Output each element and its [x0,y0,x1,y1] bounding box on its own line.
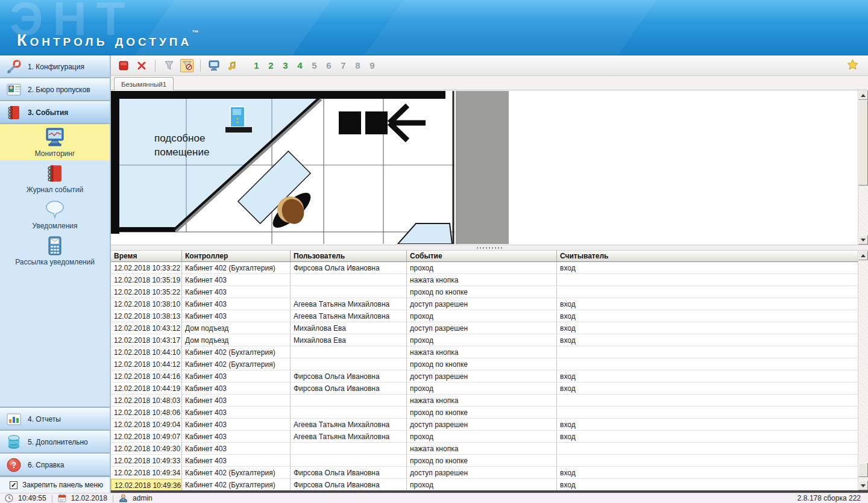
scrollbar-thumb[interactable] [858,463,868,477]
clear-button[interactable] [135,59,148,72]
filter-off-button[interactable] [180,59,193,72]
table-row[interactable]: 12.02.2018 10:49:04Кабинет 403Агеева Тат… [111,419,858,431]
table-row[interactable]: 12.02.2018 10:44:12Кабинет 402 (Бухгалте… [111,358,858,370]
toolbar-number-2[interactable]: 2 [268,60,274,70]
sidebar-item-help[interactable]: ? 6. Справка [0,454,110,476]
toolbar-number-5[interactable]: 5 [311,60,318,70]
table-cell: проход по кнопке [407,286,557,298]
map-scrollbar[interactable] [858,90,868,245]
table-cell: Фирсова Ольга Ивановна [291,383,407,395]
user-icon [119,494,128,502]
toolbar-number-8[interactable]: 8 [354,60,361,70]
column-header-event[interactable]: Событие [407,251,557,261]
table-row[interactable]: 12.02.2018 10:33:22Кабинет 402 (Бухгалте… [111,262,858,274]
plan-wall-bottom [119,227,175,232]
panel-splitter[interactable] [111,245,868,251]
column-header-user[interactable]: Пользователь [291,251,407,261]
scroll-down-button[interactable] [858,235,868,245]
table-row[interactable]: 12.02.2018 10:44:10Кабинет 402 (Бухгалте… [111,346,858,358]
table-row[interactable]: 12.02.2018 10:44:16Кабинет 403Фирсова Ол… [111,370,858,383]
table-cell: вход [557,431,858,443]
plan-wall-left [111,91,119,234]
sidebar-item-label: 6. Справка [28,461,64,469]
scroll-up-button[interactable] [858,90,868,100]
toolbar-number-7[interactable]: 7 [340,60,347,70]
table-row[interactable]: 12.02.2018 10:35:22Кабинет 403проход по … [111,286,858,298]
pin-menu-checkbox[interactable]: ✓ [10,481,17,489]
monitor-toolbar-icon[interactable] [207,59,221,72]
table-cell: Кабинет 402 (Бухгалтерия) [182,358,291,370]
table-cell: нажата кнопка [407,443,557,455]
sidebar-item-configuration[interactable]: 1. Конфигурация [0,55,110,78]
sidebar-item-pass-office[interactable]: 2. Бюро пропусков [0,78,110,101]
table-cell: вход [557,383,858,395]
monitoring-map-panel: подсобное помещение [111,90,868,245]
journal-icon [44,163,66,184]
table-cell: Кабинет 402 (Бухгалтерия) [182,467,291,479]
sidebar-item-events[interactable]: 3. События [0,101,110,124]
scrollbar-track[interactable] [858,100,868,235]
clock-icon [5,494,13,502]
table-row[interactable]: 12.02.2018 10:49:34Кабинет 402 (Бухгалте… [111,467,858,479]
table-cell [291,358,407,370]
submenu-item-label: Журнал событий [27,186,83,194]
pin-menu-label: Закрепить панель меню [22,481,103,489]
table-scrollbar[interactable] [858,251,868,490]
table-row[interactable]: 12.02.2018 10:44:19Кабинет 403Фирсова Ол… [111,383,858,395]
table-cell: 12.02.2018 10:44:10 [111,346,182,358]
table-cell [557,443,858,455]
table-cell [557,346,858,358]
table-cell: доступ разрешен [407,467,557,479]
table-row[interactable]: 12.02.2018 10:49:07Кабинет 403Агеева Тат… [111,431,858,443]
table-cell [291,395,407,407]
table-row[interactable]: 12.02.2018 10:38:13Кабинет 403Агеева Тат… [111,310,858,322]
toolbar-number-4[interactable]: 4 [297,60,303,70]
sound-note-icon[interactable] [225,59,239,72]
floor-plan[interactable]: подсобное помещение [111,91,509,244]
table-row[interactable]: 12.02.2018 10:49:33Кабинет 403проход по … [111,455,858,467]
table-cell: 12.02.2018 10:49:30 [111,443,182,455]
table-row[interactable]: 12.02.2018 10:43:17Дом подъездМихайлова … [111,334,858,346]
favorites-star-icon[interactable] [847,59,858,72]
monitor-icon [44,127,66,148]
table-cell: вход [557,334,858,346]
toolbar-number-3[interactable]: 3 [282,60,289,70]
scrollbar-track[interactable] [858,260,868,481]
table-row[interactable]: 12.02.2018 10:48:06Кабинет 403проход по … [111,407,858,419]
table-cell: вход [557,310,858,322]
column-header-controller[interactable]: Контроллер [182,251,291,261]
column-header-time[interactable]: Время [111,251,182,261]
table-cell: доступ разрешен [407,298,557,310]
table-cell: Агеева Татьяна Михайловна [291,419,407,431]
sidebar-item-reports[interactable]: 4. Отчеты [0,408,110,431]
submenu-item-notifications[interactable]: Уведомления [0,196,110,233]
table-row[interactable]: 12.02.2018 10:49:36Кабинет 402 (Бухгалте… [111,479,858,491]
scroll-up-button[interactable] [858,251,868,260]
toolbar-numbers: 123456789 [253,60,376,70]
toolbar-number-6[interactable]: 6 [326,60,332,70]
stop-button[interactable] [117,59,130,72]
table-row[interactable]: 12.02.2018 10:49:30Кабинет 403нажата кно… [111,443,858,455]
submenu-item-event-log[interactable]: Журнал событий [0,160,110,196]
scroll-down-button[interactable] [858,481,868,490]
table-cell: проход [407,310,557,322]
column-header-reader[interactable]: Считыватель [557,251,858,261]
tab-unnamed1[interactable]: Безымянный1 [114,77,174,90]
events-table: Время Контроллер Пользователь Событие Сч… [111,251,858,491]
submenu-item-notification-mailing[interactable]: Рассылка уведомлений [0,233,110,269]
table-cell: Кабинет 403 [182,286,291,298]
table-cell [557,358,858,370]
sidebar-item-additional[interactable]: 5. Дополнительно [0,431,110,454]
table-row[interactable]: 12.02.2018 10:48:03Кабинет 403нажата кно… [111,395,858,407]
filter-icon[interactable] [162,59,175,72]
submenu-item-label: Мониторинг [35,149,75,158]
events-submenu: Мониторинг Журнал событий Уведомления Ра… [0,124,110,408]
toolbar-number-9[interactable]: 9 [369,60,376,70]
table-row[interactable]: 12.02.2018 10:35:19Кабинет 403нажата кно… [111,274,858,286]
scrollbar-thumb[interactable] [858,100,868,186]
table-row[interactable]: 12.02.2018 10:38:10Кабинет 403Агеева Тат… [111,298,858,310]
table-row[interactable]: 12.02.2018 10:43:12Дом подъездМихайлова … [111,322,858,334]
table-cell [291,274,407,286]
toolbar-number-1[interactable]: 1 [253,60,260,70]
submenu-item-monitoring[interactable]: Мониторинг [0,124,110,160]
